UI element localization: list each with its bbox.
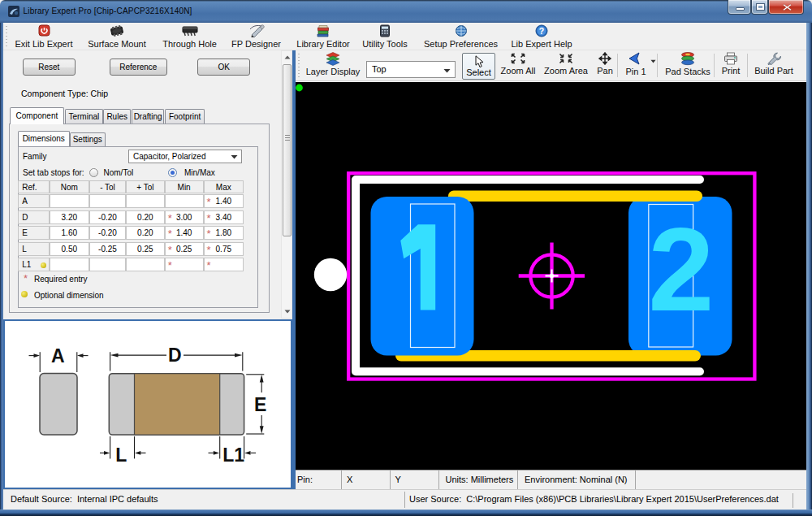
svg-text:L: L	[115, 444, 127, 466]
svg-text:D: D	[168, 345, 182, 366]
svg-text:E: E	[254, 394, 266, 415]
svg-text:A: A	[51, 345, 65, 366]
svg-text:L1: L1	[222, 444, 244, 466]
svg-text:?: ?	[539, 26, 544, 36]
svg-text:2: 2	[648, 203, 714, 336]
